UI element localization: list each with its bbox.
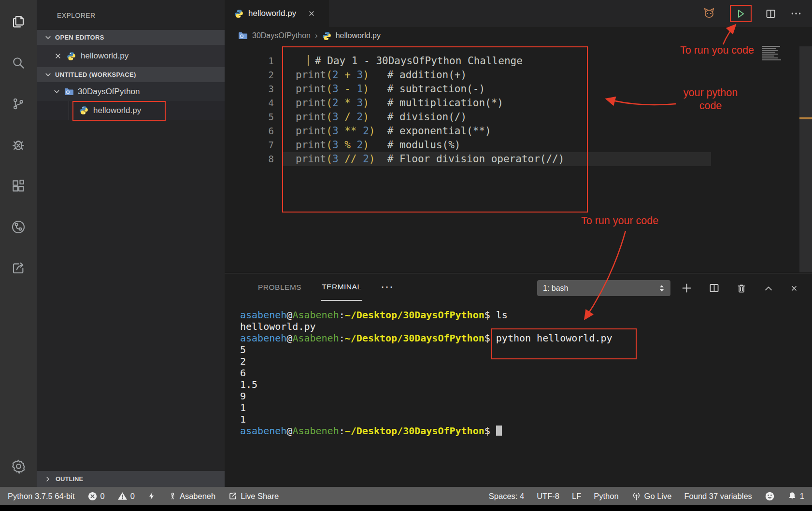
line-number: 4 <box>225 96 274 110</box>
status-language-mode[interactable]: Python <box>594 492 618 501</box>
chevron-down-icon <box>53 88 60 95</box>
terminal-shell-select[interactable]: 1: bash <box>537 280 670 296</box>
plus-icon <box>681 283 692 294</box>
python-file-icon <box>322 31 331 41</box>
activity-debug[interactable] <box>0 129 37 160</box>
minimap[interactable] <box>762 46 786 61</box>
tree-item-folder[interactable]: 30DaysOfPython <box>37 82 225 101</box>
code-line-5[interactable]: 5print(3 / 2) # division(/) <box>225 110 812 124</box>
run-file-button[interactable] <box>730 5 752 22</box>
status-eol[interactable]: LF <box>572 492 581 501</box>
select-updown-icon <box>659 284 665 293</box>
status-variables[interactable]: Found 37 variables <box>684 492 752 501</box>
close-panel-button[interactable] <box>790 284 798 292</box>
python-file-icon <box>234 9 243 18</box>
smiley-icon <box>765 491 775 501</box>
terminal-output[interactable]: asabeneh@Asabeneh:~/Desktop/30DaysOfPyth… <box>240 309 613 437</box>
code-line-7[interactable]: 7print(3 % 2) # modulus(%) <box>225 138 812 152</box>
status-python-interpreter[interactable]: Python 3.7.5 64-bit <box>8 492 75 501</box>
tab-bar: helloworld.py <box>225 0 812 27</box>
section-outline[interactable]: OUTLINE <box>37 471 225 487</box>
terminal-line: 1 <box>240 413 613 425</box>
cat-icon <box>702 6 716 21</box>
activity-source-control[interactable] <box>0 88 37 119</box>
status-encoding[interactable]: UTF-8 <box>537 492 559 501</box>
terminal-line: helloworld.py <box>240 321 613 332</box>
sidebar-title: EXPLORER <box>37 0 225 30</box>
status-feedback[interactable] <box>765 491 775 501</box>
status-live-share[interactable]: Live Share <box>228 491 279 501</box>
close-icon[interactable] <box>54 52 62 60</box>
files-icon <box>11 14 26 29</box>
split-icon <box>765 8 776 19</box>
activity-settings[interactable] <box>0 451 37 482</box>
activity-live-share[interactable] <box>0 253 37 284</box>
status-quick-actions[interactable] <box>147 492 156 500</box>
chevron-down-icon <box>44 34 52 41</box>
more-actions-button[interactable] <box>790 7 802 20</box>
terminal-line: 9 <box>240 390 613 402</box>
line-number: 2 <box>225 68 274 82</box>
tab-helloworld[interactable]: helloworld.py <box>225 0 329 27</box>
section-workspace[interactable]: UNTITLED (WORKSPACE) <box>37 67 225 82</box>
code-editor[interactable]: 1 # Day 1 - 30DaysOfPython Challenge2pri… <box>225 44 812 166</box>
status-account[interactable]: Asabeneh <box>169 492 215 501</box>
activity-explorer[interactable] <box>0 6 37 37</box>
editor-scrollbar[interactable] <box>799 46 812 272</box>
chevron-right-icon <box>44 476 51 483</box>
play-icon <box>734 7 747 20</box>
line-number: 6 <box>225 124 274 138</box>
code-line-8[interactable]: 8print(3 // 2) # Floor division operator… <box>225 152 812 166</box>
tab-terminal[interactable]: TERMINAL <box>321 274 362 301</box>
activity-git-graph[interactable] <box>0 212 37 242</box>
terminal-line: 6 <box>240 367 613 379</box>
source-control-icon <box>11 97 26 111</box>
tab-problems[interactable]: PROBLEMS <box>257 274 302 300</box>
split-editor-button[interactable] <box>765 8 776 19</box>
code-line-1[interactable]: 1 # Day 1 - 30DaysOfPython Challenge <box>225 54 812 68</box>
status-warnings[interactable]: 0 <box>117 491 135 501</box>
code-line-4[interactable]: 4print(2 * 3) # multiplication(*) <box>225 96 812 110</box>
line-number: 1 <box>225 54 274 68</box>
pets-button[interactable] <box>702 6 716 21</box>
close-tab-icon[interactable] <box>308 10 315 17</box>
status-indentation[interactable]: Spaces: 4 <box>489 492 524 501</box>
status-notifications[interactable]: 1 <box>787 491 804 501</box>
tree-item-file[interactable]: helloworld.py <box>37 101 225 120</box>
debug-icon <box>11 137 26 153</box>
new-terminal-button[interactable] <box>681 283 692 294</box>
git-graph-icon <box>11 219 26 235</box>
activity-extensions[interactable] <box>0 170 37 201</box>
breadcrumb[interactable]: 30DaysOfPython › helloworld.py <box>225 27 812 44</box>
maximize-panel-button[interactable] <box>763 283 774 294</box>
status-errors[interactable]: 0 <box>87 491 105 501</box>
terminal-command: python helloworld.py <box>496 332 613 344</box>
code-line-6[interactable]: 6print(3 ** 2) # exponential(**) <box>225 124 812 138</box>
gear-icon <box>11 458 27 474</box>
explorer-sidebar: EXPLORER OPEN EDITORS helloworld.py UNTI… <box>37 0 225 487</box>
kill-terminal-button[interactable] <box>736 283 747 294</box>
python-file-icon <box>79 106 88 115</box>
folder-icon <box>238 32 248 40</box>
extensions-icon <box>11 178 26 194</box>
line-number: 7 <box>225 138 274 152</box>
bottom-strip <box>0 505 812 511</box>
section-open-editors[interactable]: OPEN EDITORS <box>37 30 225 45</box>
trash-icon <box>736 283 747 294</box>
more-icon <box>790 7 802 20</box>
activity-search[interactable] <box>0 47 37 78</box>
code-line-2[interactable]: 2print(2 + 3) # addition(+) <box>225 68 812 82</box>
open-editor-item[interactable]: helloworld.py <box>37 45 225 67</box>
split-terminal-button[interactable] <box>709 283 720 294</box>
overview-ruler-marker <box>799 117 812 119</box>
terminal-cursor <box>496 426 502 436</box>
code-line-3[interactable]: 3print(3 - 1) # subtraction(-) <box>225 82 812 96</box>
line-number: 3 <box>225 82 274 96</box>
breadcrumb-separator: › <box>315 31 318 41</box>
status-go-live[interactable]: Go Live <box>631 491 672 501</box>
search-icon <box>11 55 26 71</box>
terminal-line: asabeneh@Asabeneh:~/Desktop/30DaysOfPyth… <box>240 332 613 344</box>
terminal-line: asabeneh@Asabeneh:~/Desktop/30DaysOfPyth… <box>240 425 613 437</box>
panel-more-icon[interactable]: ··· <box>382 283 395 293</box>
terminal-line: 5 <box>240 344 613 355</box>
